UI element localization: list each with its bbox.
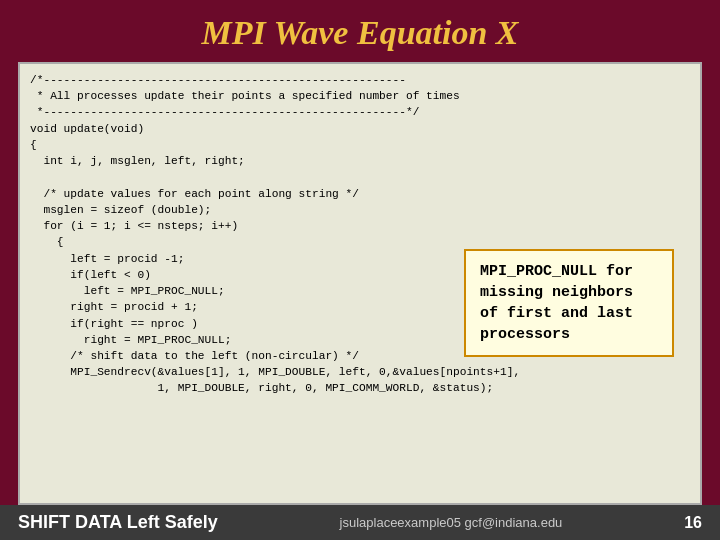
tooltip-text: MPI_PROC_NULL for missing neighbors of f… [480, 263, 633, 343]
slide-subtitle: SHIFT DATA Left Safely [18, 512, 218, 533]
slide: MPI Wave Equation X /*------------------… [0, 0, 720, 540]
tooltip-box: MPI_PROC_NULL for missing neighbors of f… [464, 249, 674, 357]
code-block: /*--------------------------------------… [18, 62, 702, 505]
footer-email: jsulaplaceexample05 gcf@indiana.edu [340, 515, 563, 530]
footer-page: 16 [684, 514, 702, 532]
main-content: /*--------------------------------------… [0, 62, 720, 505]
slide-title: MPI Wave Equation X [0, 0, 720, 62]
bottom-bar: SHIFT DATA Left Safely jsulaplaceexample… [0, 505, 720, 540]
